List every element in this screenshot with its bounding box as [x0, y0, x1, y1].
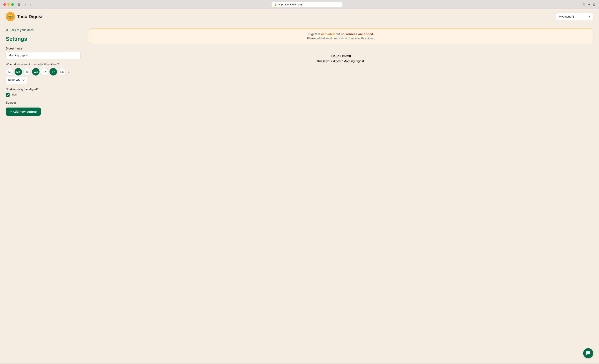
preview-greeting: Hello Dmitrii — [93, 54, 589, 58]
back-arrow-icon: ↺ — [6, 28, 8, 32]
top-nav: Taco Digest My Account ▾ — [0, 9, 599, 24]
sources-label: Sources — [6, 101, 81, 104]
yes-label: Yes! — [11, 93, 17, 97]
browser-chrome: ⊞ ‹ › 🔒 app.tacodigest.com ⬆ + ⧉ — [0, 0, 599, 9]
digest-name-input[interactable] — [6, 52, 81, 59]
traffic-lights — [3, 3, 14, 6]
back-button[interactable]: ‹ — [24, 2, 27, 7]
preview-digest-message: This is your digest "Morning digest". — [93, 59, 589, 63]
day-btn-sa[interactable]: Sa — [58, 68, 66, 76]
day-btn-th[interactable]: Th — [41, 68, 48, 76]
start-sending-group: Start sending this digest? Yes! — [6, 88, 81, 97]
account-label: My Account — [559, 15, 574, 18]
day-btn-we[interactable]: We — [32, 68, 40, 76]
yes-checkbox[interactable] — [6, 93, 9, 97]
chat-icon — [586, 351, 590, 355]
svg-point-3 — [9, 16, 9, 16]
brand: Taco Digest — [6, 12, 43, 21]
alert-line1: Digest is activated but no sources are a… — [94, 32, 588, 36]
lock-icon: 🔒 — [274, 3, 277, 6]
url-text: app.tacodigest.com — [278, 3, 302, 6]
forward-button[interactable]: › — [29, 2, 32, 7]
chevron-down-icon: ▾ — [589, 15, 590, 18]
checkbox-row: Yes! — [6, 93, 81, 97]
alert-prefix: Digest is — [308, 32, 321, 36]
address-bar-container: 🔒 app.tacodigest.com — [34, 2, 580, 7]
brand-logo-icon — [6, 12, 15, 21]
schedule-group: When do you want to receive this digest?… — [6, 62, 81, 84]
day-btn-su[interactable]: Su — [6, 68, 13, 76]
browser-actions: ⬆ + ⧉ — [582, 2, 596, 7]
back-link-text: Back to your tacos — [9, 28, 34, 32]
tabs-button[interactable]: ⧉ — [592, 2, 596, 7]
chat-button[interactable] — [583, 348, 593, 358]
alert-banner: Digest is activated but no sources are a… — [89, 28, 593, 44]
sources-group: Sources + Add new source — [6, 101, 81, 116]
add-source-button[interactable]: + Add new source — [6, 107, 41, 116]
app-wrapper: Taco Digest My Account ▾ ↺ Back to your … — [0, 9, 599, 363]
time-select[interactable]: 09:00 AM 08:00 AM 10:00 AM 12:00 PM 06:0… — [6, 77, 27, 84]
schedule-label: When do you want to receive this digest? — [6, 62, 81, 66]
close-traffic-light[interactable] — [3, 3, 6, 6]
preview-area: Hello Dmitrii This is your digest "Morni… — [89, 50, 593, 67]
back-to-tacos-link[interactable]: ↺ Back to your tacos — [6, 28, 81, 32]
page-title: Settings — [6, 36, 81, 42]
svg-point-4 — [11, 16, 12, 16]
digest-name-group: Digest name — [6, 47, 81, 59]
digest-name-label: Digest name — [6, 47, 81, 50]
at-label: at — [68, 70, 70, 73]
checkmark-icon — [7, 94, 9, 96]
days-row: Su Mo Tu We Th Fr Sa at 09:00 AM 08:00 A… — [6, 68, 81, 84]
day-btn-fr[interactable]: Fr — [50, 68, 57, 76]
day-btn-mo[interactable]: Mo — [15, 68, 22, 76]
fullscreen-traffic-light[interactable] — [11, 3, 14, 6]
alert-activated-text: activated — [321, 32, 335, 36]
minimize-traffic-light[interactable] — [7, 3, 10, 6]
right-panel: Digest is activated but no sources are a… — [89, 28, 593, 119]
account-dropdown[interactable]: My Account ▾ — [556, 13, 593, 20]
sidebar-toggle-button[interactable]: ⊞ — [17, 2, 22, 7]
brand-name-text: Taco Digest — [17, 14, 43, 19]
start-sending-label: Start sending this digest? — [6, 88, 81, 91]
alert-no-sources-text: no sources are added. — [341, 32, 374, 36]
browser-titlebar: ⊞ ‹ › 🔒 app.tacodigest.com ⬆ + ⧉ — [3, 2, 596, 7]
alert-line2: Please add at least one source to receiv… — [94, 37, 588, 40]
new-tab-button[interactable]: + — [588, 2, 590, 7]
left-panel: ↺ Back to your tacos Settings Digest nam… — [6, 28, 81, 119]
alert-but: but — [335, 32, 341, 36]
main-layout: ↺ Back to your tacos Settings Digest nam… — [0, 24, 599, 124]
address-bar[interactable]: 🔒 app.tacodigest.com — [272, 2, 342, 7]
share-button[interactable]: ⬆ — [582, 2, 586, 7]
day-btn-tu[interactable]: Tu — [23, 68, 31, 76]
